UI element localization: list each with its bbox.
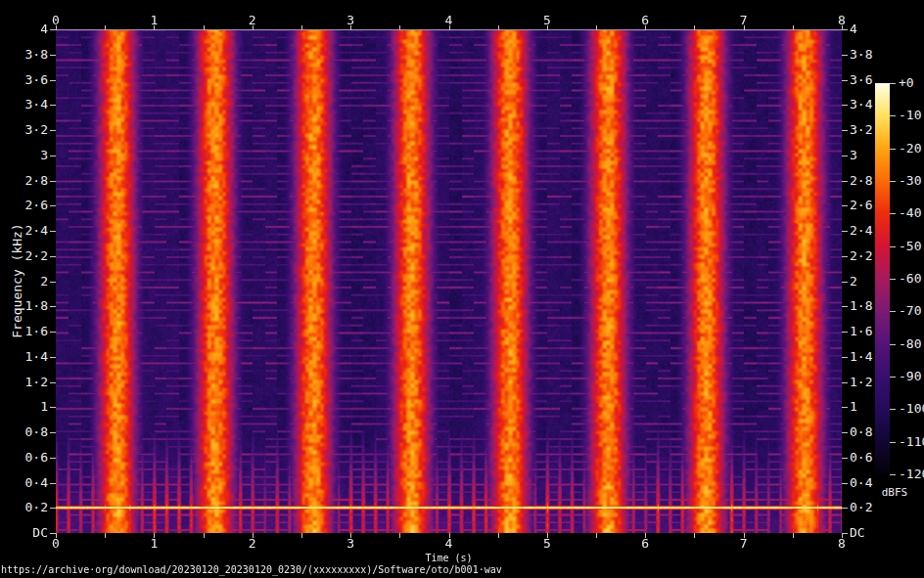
x-minor-tick-bottom: [694, 533, 695, 538]
y-tick-left: [50, 432, 56, 433]
y-tick-label-right: 0·6: [850, 451, 872, 464]
colorbar-tick-label: +0: [899, 76, 914, 89]
y-tick-right: [842, 357, 848, 358]
colorbar-tick-label: -20: [899, 142, 921, 155]
y-tick-label-right: 2·8: [850, 174, 872, 187]
y-tick-label-right: 1·2: [850, 376, 872, 388]
y-tick-left: [50, 533, 56, 534]
colorbar-tick-label: -80: [899, 337, 921, 350]
y-tick-right: [842, 55, 848, 56]
colorbar-tick: [890, 246, 896, 247]
colorbar-tick: [890, 474, 896, 475]
y-tick-label-left: 3·6: [0, 73, 48, 86]
colorbar-unit-label: dBFS: [873, 486, 916, 499]
colorbar-tick: [890, 442, 896, 443]
y-tick-left: [50, 508, 56, 509]
y-tick-right: [842, 282, 848, 283]
y-tick-right: [842, 231, 848, 232]
x-minor-tick-top: [694, 25, 695, 30]
y-tick-label-left: 3·8: [0, 48, 48, 61]
colorbar-tick: [890, 344, 896, 345]
y-tick-left: [50, 332, 56, 333]
y-tick-label-left: 1·2: [0, 376, 48, 388]
y-tick-label-right: 1: [850, 400, 857, 413]
y-tick-left: [50, 458, 56, 459]
x-minor-tick-top: [105, 25, 106, 30]
y-tick-label-right: 0·2: [850, 501, 872, 513]
y-tick-left: [50, 181, 56, 182]
colorbar-tick: [890, 213, 896, 214]
x-tick-label-top: 6: [633, 14, 657, 26]
colorbar-gradient: [875, 83, 890, 474]
y-tick-label-right: 1·4: [850, 350, 872, 363]
colorbar-tick-label: -40: [899, 206, 921, 219]
colorbar-tick-label: -50: [899, 240, 921, 252]
x-minor-tick-bottom: [793, 533, 794, 538]
y-tick-label-right: 1·6: [850, 325, 872, 337]
y-tick-label-left: 3·4: [0, 98, 48, 111]
colorbar-tick: [890, 181, 896, 182]
y-tick-label-left: 0·4: [0, 476, 48, 489]
colorbar-tick: [890, 149, 896, 150]
y-axis-title: Frequency (kHz): [10, 217, 23, 344]
y-tick-right: [842, 382, 848, 383]
x-minor-tick-bottom: [204, 533, 205, 538]
y-tick-label-left: 2·8: [0, 174, 48, 187]
y-tick-label-left: 3: [0, 149, 48, 161]
y-tick-right: [842, 205, 848, 206]
x-minor-tick-bottom: [399, 533, 400, 538]
y-tick-left: [50, 29, 56, 30]
colorbar-tick: [890, 409, 896, 410]
y-tick-label-right: DC: [850, 526, 865, 539]
y-tick-left: [50, 256, 56, 257]
x-minor-tick-bottom: [596, 533, 597, 538]
y-tick-left: [50, 282, 56, 283]
y-tick-left: [50, 105, 56, 106]
x-minor-tick-top: [204, 25, 205, 30]
y-tick-label-right: 3: [850, 149, 857, 161]
y-tick-label-right: 3·2: [850, 123, 872, 136]
x-tick-label-bottom: 6: [633, 537, 657, 550]
y-tick-left: [50, 55, 56, 56]
source-caption: https://archive·org/download/20230120_20…: [1, 564, 502, 575]
y-tick-label-right: 1·8: [850, 299, 872, 312]
x-tick-label-bottom: 7: [732, 537, 756, 550]
x-tick-label-bottom: 1: [142, 537, 165, 550]
y-tick-label-left: DC: [0, 526, 48, 539]
x-tick-label-bottom: 3: [339, 537, 362, 550]
y-tick-left: [50, 483, 56, 484]
y-tick-label-right: 0·4: [850, 476, 872, 489]
y-tick-left: [50, 205, 56, 206]
colorbar-tick-label: -100: [899, 402, 924, 415]
y-tick-label-right: 0·8: [850, 425, 872, 438]
y-tick-label-right: 4: [850, 22, 857, 35]
colorbar-tick: [890, 279, 896, 280]
y-tick-right: [842, 533, 848, 534]
x-tick-label-bottom: 4: [438, 537, 461, 550]
colorbar-tick-label: -30: [899, 174, 921, 187]
x-minor-tick-top: [498, 25, 499, 30]
x-minor-tick-bottom: [105, 533, 106, 538]
colorbar-tick-label: -120: [899, 467, 924, 480]
y-tick-label-right: 3·8: [850, 48, 872, 61]
y-tick-label-left: 3·2: [0, 123, 48, 136]
colorbar-tick: [890, 115, 896, 116]
y-tick-label-right: 2·6: [850, 199, 872, 211]
y-tick-left: [50, 231, 56, 232]
colorbar-tick-label: -10: [899, 109, 921, 121]
colorbar-tick: [890, 311, 896, 312]
x-minor-tick-top: [399, 25, 400, 30]
x-tick-label-top: 2: [241, 14, 264, 26]
colorbar-tick-label: -90: [899, 370, 921, 382]
y-tick-right: [842, 306, 848, 307]
y-tick-label-left: 1: [0, 400, 48, 413]
y-tick-left: [50, 357, 56, 358]
y-tick-right: [842, 29, 848, 30]
y-tick-label-left: 0·8: [0, 425, 48, 438]
y-tick-right: [842, 432, 848, 433]
y-tick-label-left: 4: [0, 22, 48, 35]
y-tick-right: [842, 105, 848, 106]
x-tick-label-top: 3: [339, 14, 362, 26]
x-minor-tick-top: [596, 25, 597, 30]
y-tick-right: [842, 458, 848, 459]
